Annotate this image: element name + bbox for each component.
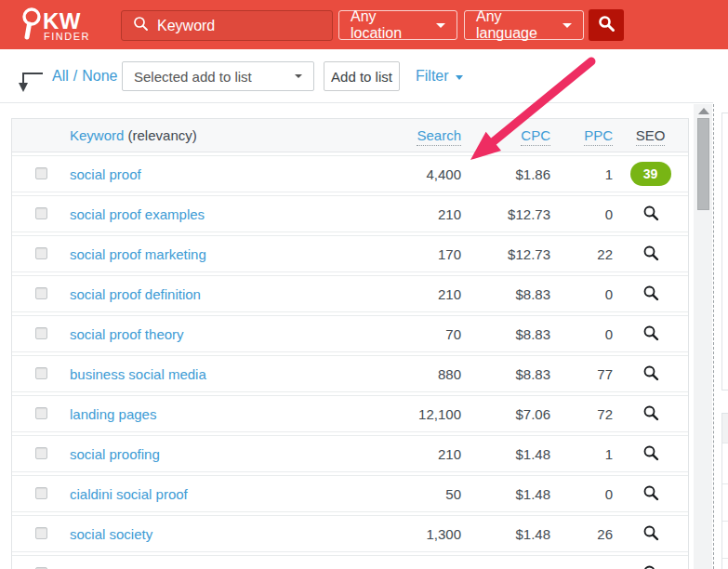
column-seo: SEO xyxy=(613,127,688,143)
cpc-value: $8.83 xyxy=(461,326,550,342)
table-row: influence of social media 1,600 $1.47 20 xyxy=(12,555,688,569)
seo-analyze-icon[interactable] xyxy=(642,444,659,464)
kwfinder-logo[interactable]: KW FINDER xyxy=(19,6,112,45)
table-row: cialdini social proof 50 $1.48 0 xyxy=(12,475,688,512)
seo-analyze-icon[interactable] xyxy=(642,205,659,224)
seo-analyze-icon[interactable] xyxy=(642,484,659,504)
row-checkbox[interactable] xyxy=(35,327,47,339)
keyword-column-label[interactable]: Keyword xyxy=(70,127,124,145)
search-volume-value: 880 xyxy=(373,366,461,382)
right-panel-edge xyxy=(721,413,728,569)
ppc-value: 0 xyxy=(550,206,613,222)
ppc-value: 1 xyxy=(550,166,613,182)
keyword-results-table: Keyword (relevancy) Search CPC PPC SEO s… xyxy=(11,118,689,569)
row-checkbox[interactable] xyxy=(35,447,47,459)
row-checkbox[interactable] xyxy=(35,287,47,299)
keyword-link[interactable]: influence of social media xyxy=(70,566,222,569)
search-column-label[interactable]: Search xyxy=(417,127,461,146)
cpc-value: $1.48 xyxy=(461,526,550,542)
right-panel-edge-line xyxy=(722,521,728,522)
relevancy-label: (relevancy) xyxy=(128,127,197,143)
ppc-column-label[interactable]: PPC xyxy=(584,127,613,146)
cpc-value: $8.83 xyxy=(461,366,550,382)
right-panel-edge-line xyxy=(722,483,728,484)
seo-analyze-icon[interactable] xyxy=(642,524,659,544)
column-search: Search xyxy=(373,127,461,143)
row-checkbox[interactable] xyxy=(35,407,47,419)
seo-analyze-icon[interactable] xyxy=(642,245,659,264)
select-none-link[interactable]: None xyxy=(82,68,117,85)
row-checkbox[interactable] xyxy=(35,527,47,539)
chevron-down-icon xyxy=(295,74,302,78)
vertical-scrollbar-thumb[interactable] xyxy=(697,118,709,210)
keyword-link[interactable]: social proofing xyxy=(70,446,160,462)
add-to-list-button[interactable]: Add to list xyxy=(324,61,400,91)
ppc-value: 0 xyxy=(550,326,613,342)
row-checkbox[interactable] xyxy=(35,367,47,379)
row-checkbox[interactable] xyxy=(35,167,47,179)
all-none-separator: / xyxy=(73,68,77,85)
ppc-value: 0 xyxy=(550,286,613,302)
ppc-value: 20 xyxy=(550,566,613,569)
cpc-value: $12.73 xyxy=(461,206,550,222)
seo-analyze-icon[interactable] xyxy=(642,564,659,569)
select-all-none: All / None xyxy=(52,49,117,103)
search-button[interactable] xyxy=(589,9,624,41)
search-volume-value: 70 xyxy=(373,326,461,342)
cpc-value: $1.86 xyxy=(461,166,550,182)
row-checkbox[interactable] xyxy=(35,487,47,499)
select-all-link[interactable]: All xyxy=(52,68,69,85)
right-panel-edge-line xyxy=(722,558,728,559)
filter-label: Filter xyxy=(416,68,449,85)
keyword-link[interactable]: social proof xyxy=(70,166,141,182)
chevron-down-icon xyxy=(436,23,445,28)
search-volume-value: 210 xyxy=(373,446,461,462)
search-volume-value: 12,100 xyxy=(373,406,461,422)
filter-dropdown[interactable]: Filter xyxy=(416,49,463,103)
cpc-value: $12.73 xyxy=(461,246,550,262)
scrollbar-up-arrow-icon[interactable] xyxy=(698,108,709,114)
keyword-search-field[interactable] xyxy=(121,10,333,41)
ppc-value: 22 xyxy=(550,246,613,262)
seo-analyze-icon[interactable] xyxy=(642,364,659,384)
table-row: business social media 880 $8.83 77 xyxy=(12,355,688,392)
ppc-value: 0 xyxy=(550,486,613,502)
ppc-value: 26 xyxy=(550,526,613,542)
right-panel-edge xyxy=(721,112,728,390)
keyword-link[interactable]: cialdini social proof xyxy=(70,486,188,502)
table-row: social proof marketing 170 $12.73 22 xyxy=(12,235,688,272)
table-row: social proof definition 210 $8.83 0 xyxy=(12,275,688,312)
search-volume-value: 210 xyxy=(373,286,461,302)
ppc-value: 1 xyxy=(550,446,613,462)
seo-analyze-icon[interactable] xyxy=(642,404,659,424)
keyword-link[interactable]: social society xyxy=(70,526,152,542)
language-select-value: Any language xyxy=(476,8,553,42)
seo-analyze-icon[interactable] xyxy=(642,284,659,304)
search-icon xyxy=(598,15,615,35)
seo-analyze-icon[interactable] xyxy=(642,324,659,344)
keyword-link[interactable]: business social media xyxy=(70,366,206,382)
keyword-link[interactable]: social proof theory xyxy=(70,326,184,342)
keyword-link[interactable]: social proof marketing xyxy=(70,246,206,262)
logo-text-finder: FINDER xyxy=(44,31,90,42)
panel-dashed-divider xyxy=(713,104,714,569)
cpc-value: $1.48 xyxy=(461,446,550,462)
keyword-link[interactable]: social proof examples xyxy=(70,206,205,222)
right-panel-edge-strip xyxy=(722,414,728,443)
row-checkbox[interactable] xyxy=(35,247,47,259)
table-row: social proof examples 210 $12.73 0 xyxy=(12,195,688,232)
language-select[interactable]: Any language xyxy=(464,10,584,40)
keyword-link[interactable]: social proof definition xyxy=(70,286,201,302)
cpc-column-label[interactable]: CPC xyxy=(521,127,550,146)
keyword-link[interactable]: landing pages xyxy=(70,406,156,422)
selected-add-to-list-dropdown[interactable]: Selected add to list xyxy=(122,61,314,91)
keyword-input[interactable] xyxy=(157,18,315,34)
seo-column-label[interactable]: SEO xyxy=(636,127,666,146)
seo-score-badge[interactable]: 39 xyxy=(630,162,671,186)
app-header: KW FINDER Any location Any language xyxy=(0,0,728,49)
row-checkbox[interactable] xyxy=(35,207,47,219)
select-all-arrow-icon xyxy=(15,65,45,100)
location-select[interactable]: Any location xyxy=(338,10,457,40)
table-rows: social proof 4,400 $1.86 1 39 social pro… xyxy=(12,152,688,569)
search-volume-value: 4,400 xyxy=(373,166,461,182)
